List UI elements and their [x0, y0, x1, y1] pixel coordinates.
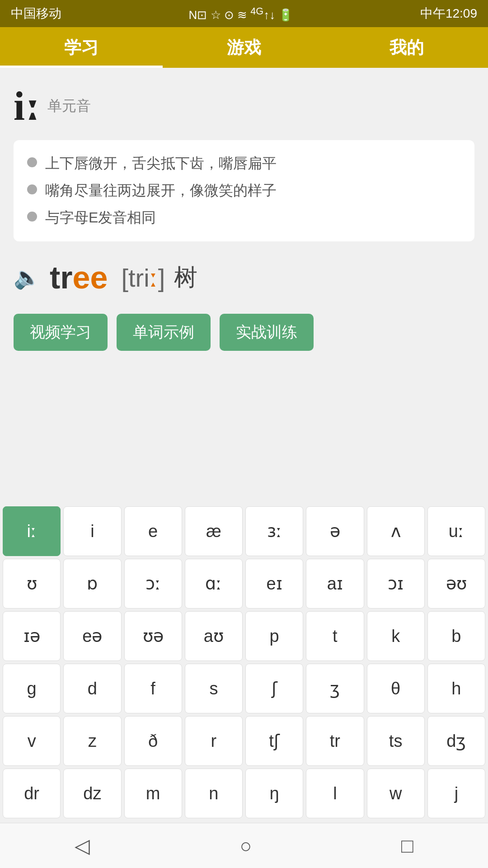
key-x[interactable]: ʃ [245, 664, 303, 713]
signal-icon: N⊡ ☆ ⊙ ≋ 4G↑↓ 🔋 [189, 5, 293, 22]
phonetic-header: iː 单元音 [14, 86, 474, 127]
tab-learn[interactable]: 学习 [0, 27, 163, 68]
word-example-button[interactable]: 单词示例 [117, 314, 211, 351]
key-ex[interactable]: eə [63, 611, 121, 661]
key-x[interactable]: æ [185, 506, 243, 556]
carrier-text: 中国移动 [11, 5, 61, 22]
video-learn-button[interactable]: 视频学习 [14, 314, 108, 351]
back-button[interactable]: ◁ [56, 830, 108, 862]
phonetic-label: 单元音 [47, 96, 91, 116]
bullet-1 [27, 157, 37, 167]
key-h[interactable]: h [427, 664, 485, 713]
key-x[interactable]: ə [306, 506, 364, 556]
key-ix[interactable]: iː [3, 506, 61, 556]
main-content: iː 单元音 上下唇微开，舌尖抵下齿，嘴唇扁平 嘴角尽量往两边展开，像微笑的样子… [0, 68, 488, 502]
keyboard-grid: iːieæɜːəʌuːʊɒɔːɑːeɪaɪɔɪəʊɪəeəʊəaʊptkbgdf… [0, 506, 488, 818]
key-x[interactable]: ð [124, 716, 182, 766]
desc-item-3: 与字母E发音相同 [27, 208, 461, 228]
key-xx[interactable]: ɔɪ [367, 559, 425, 609]
key-s[interactable]: s [185, 664, 243, 713]
keyboard-section: iːieæɜːəʌuːʊɒɔːɑːeɪaɪɔɪəʊɪəeəʊəaʊptkbgdf… [0, 502, 488, 823]
key-xx[interactable]: ɔː [124, 559, 182, 609]
key-k[interactable]: k [367, 611, 425, 661]
practice-button[interactable]: 实战训练 [220, 314, 314, 351]
word-prefix: tr [50, 260, 73, 295]
key-xx[interactable]: ɪə [3, 611, 61, 661]
key-ux[interactable]: uː [427, 506, 485, 556]
status-icons: N⊡ ☆ ⊙ ≋ 4G↑↓ 🔋 [189, 5, 293, 22]
key-xx[interactable]: ʊə [124, 611, 182, 661]
key-v[interactable]: v [3, 716, 61, 766]
key-dx[interactable]: dʒ [427, 716, 485, 766]
key-l[interactable]: l [306, 769, 364, 818]
status-bar: 中国移动 N⊡ ☆ ⊙ ≋ 4G↑↓ 🔋 中午12:09 [0, 0, 488, 27]
bullet-3 [27, 212, 37, 222]
word-meaning: 树 [174, 262, 197, 293]
key-xx[interactable]: ɑː [185, 559, 243, 609]
time-text: 中午12:09 [420, 5, 477, 22]
key-ex[interactable]: eɪ [245, 559, 303, 609]
key-f[interactable]: f [124, 664, 182, 713]
key-ax[interactable]: aɪ [306, 559, 364, 609]
phonetic-text: [triː] [121, 263, 165, 292]
key-t[interactable]: t [306, 611, 364, 661]
desc-item-2: 嘴角尽量往两边展开，像微笑的样子 [27, 181, 461, 201]
key-x[interactable]: ʌ [367, 506, 425, 556]
bullet-2 [27, 184, 37, 194]
key-d[interactable]: d [63, 664, 121, 713]
phonetic-symbol: iː [14, 86, 38, 127]
key-x[interactable]: ʒ [306, 664, 364, 713]
key-x[interactable]: ʊ [3, 559, 61, 609]
key-xx[interactable]: ɜː [245, 506, 303, 556]
desc-item-1: 上下唇微开，舌尖抵下齿，嘴唇扁平 [27, 154, 461, 174]
speaker-icon[interactable]: 🔈 [14, 265, 41, 290]
key-g[interactable]: g [3, 664, 61, 713]
key-w[interactable]: w [367, 769, 425, 818]
tab-bar: 学习 游戏 我的 [0, 27, 488, 68]
key-tr[interactable]: tr [306, 716, 364, 766]
description-box: 上下唇微开，舌尖抵下齿，嘴唇扁平 嘴角尽量往两边展开，像微笑的样子 与字母E发音… [14, 140, 474, 241]
word-display: tree [50, 259, 108, 296]
key-j[interactable]: j [427, 769, 485, 818]
key-tx[interactable]: tʃ [245, 716, 303, 766]
key-x[interactable]: θ [367, 664, 425, 713]
key-ts[interactable]: ts [367, 716, 425, 766]
action-buttons: 视频学习 单词示例 实战训练 [14, 314, 474, 351]
key-p[interactable]: p [245, 611, 303, 661]
example-word-row: 🔈 tree [triː] 树 [14, 259, 474, 296]
key-x[interactable]: ŋ [245, 769, 303, 818]
phonetic-highlight: ː [150, 264, 158, 292]
word-highlight: ee [73, 260, 108, 295]
key-e[interactable]: e [124, 506, 182, 556]
key-ax[interactable]: aʊ [185, 611, 243, 661]
nav-bar: ◁ ○ □ [0, 823, 488, 868]
key-z[interactable]: z [63, 716, 121, 766]
key-m[interactable]: m [124, 769, 182, 818]
key-dz[interactable]: dz [63, 769, 121, 818]
home-button[interactable]: ○ [221, 830, 270, 862]
key-r[interactable]: r [185, 716, 243, 766]
recent-button[interactable]: □ [383, 830, 432, 862]
key-xx[interactable]: əʊ [427, 559, 485, 609]
tab-game[interactable]: 游戏 [163, 27, 325, 68]
tab-mine[interactable]: 我的 [325, 27, 488, 68]
key-b[interactable]: b [427, 611, 485, 661]
key-x[interactable]: ɒ [63, 559, 121, 609]
key-dr[interactable]: dr [3, 769, 61, 818]
key-i[interactable]: i [63, 506, 121, 556]
key-n[interactable]: n [185, 769, 243, 818]
